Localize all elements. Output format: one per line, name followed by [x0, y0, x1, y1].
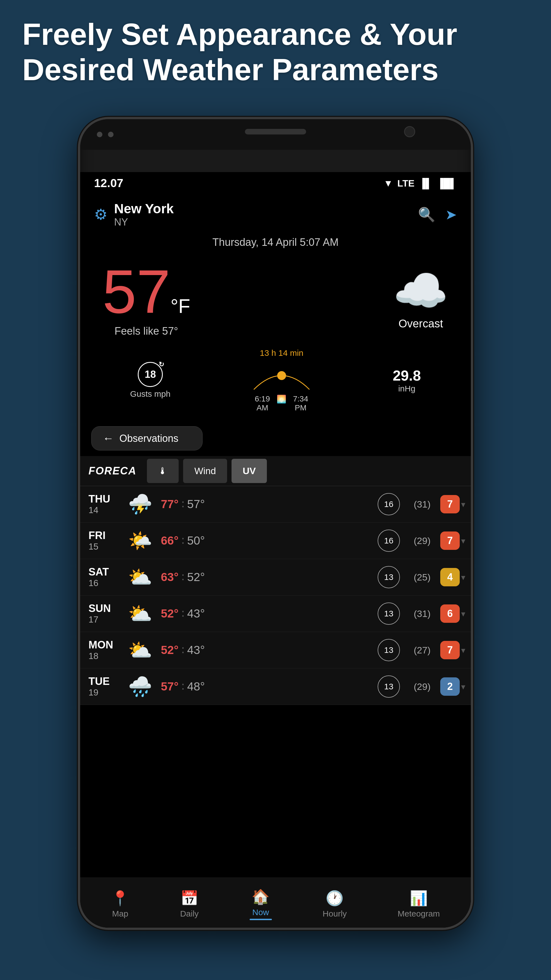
sunset-time: 7:34 PM — [286, 395, 315, 412]
nav-map[interactable]: 📍 Map — [111, 890, 129, 918]
temps-thu: 77° ∶ 57° — [161, 498, 371, 511]
uv-tue: 2 — [437, 678, 462, 696]
main-weather: 57°F Feels like 57° ☁️ Overcast — [80, 253, 471, 343]
day-fri: FRI 15 — [89, 530, 125, 552]
uv-thu: 7 — [437, 495, 462, 513]
sun-arc: 13 h 14 min 6:19 AM 🌅 7:34 PM — [248, 348, 315, 412]
nav-daily[interactable]: 📅 Daily — [180, 890, 199, 918]
search-icon[interactable]: 🔍 — [418, 207, 435, 223]
phone-body: 12.07 ▼ LTE ▐▌ ▐█▌ ⚙ New York NY 🔍 ➤ — [80, 172, 471, 928]
gusts-stat: 18 ↻ Gusts mph — [130, 362, 171, 399]
bottom-nav: 📍 Map 📅 Daily 🏠 Now 🕐 Hourly 📊 Meteogram — [80, 878, 471, 928]
forecast-tabs: FORECA 🌡 Wind UV — [80, 456, 471, 486]
map-icon: 📍 — [111, 890, 129, 907]
sun-duration: 13 h 14 min — [248, 348, 315, 358]
uv-sun: 6 — [437, 605, 462, 623]
nav-meteogram[interactable]: 📊 Meteogram — [398, 890, 440, 918]
battery-icon: ▐█▌ — [437, 178, 457, 189]
location-text: New York NY — [114, 201, 174, 228]
app-header-right: 🔍 ➤ — [418, 207, 457, 223]
day-tue: TUE 19 — [89, 675, 125, 698]
date-bar: Thursday, 14 April 5:07 AM — [80, 234, 471, 253]
now-icon: 🏠 — [249, 888, 272, 905]
app-header-left: ⚙ New York NY — [94, 201, 174, 228]
tab-temperature[interactable]: 🌡 — [147, 459, 179, 483]
wind-gust-sat: (25) — [407, 572, 437, 583]
observations-button[interactable]: ← Observations — [91, 426, 203, 450]
wind-sat: 13 — [371, 566, 407, 588]
sun-arc-svg — [248, 359, 315, 392]
sun-times: 6:19 AM 🌅 7:34 PM — [248, 395, 315, 412]
temps-mon: 52° ∶ 43° — [161, 643, 371, 657]
temp-section: 57°F Feels like 57° — [102, 261, 190, 337]
foreca-brand: FORECA — [89, 465, 137, 477]
uv-fri: 7 — [437, 531, 462, 550]
tab-uv[interactable]: UV — [232, 459, 267, 483]
nav-hourly[interactable]: 🕐 Hourly — [322, 890, 347, 918]
day-mon: MON 18 — [89, 639, 125, 661]
navigation-icon[interactable]: ➤ — [445, 207, 457, 223]
phone-speaker — [245, 129, 306, 134]
temp-unit: °F — [171, 295, 191, 317]
icon-mon: ⛅ — [125, 639, 155, 662]
phone-dot-1 — [97, 132, 102, 137]
temps-tue: 57° ∶ 48° — [161, 680, 371, 694]
temps-sun: 52° ∶ 43° — [161, 607, 371, 620]
wind-gust-sun: (31) — [407, 608, 437, 619]
wind-gust-mon: (27) — [407, 645, 437, 655]
forecast-row-thu[interactable]: THU 14 ⛈️ 77° ∶ 57° 16 (31) 7 ▾ — [80, 486, 471, 523]
pressure-value: 29.8 — [393, 367, 421, 384]
forecast-row-mon[interactable]: MON 18 ⛅ 52° ∶ 43° 13 (27) 7 ▾ — [80, 632, 471, 668]
forecast-row-tue[interactable]: TUE 19 🌧️ 57° ∶ 48° 13 (29) 2 ▾ — [80, 668, 471, 705]
gear-icon[interactable]: ⚙ — [94, 206, 107, 223]
forecast-row-sat[interactable]: SAT 16 ⛅ 63° ∶ 52° 13 (25) 4 ▾ — [80, 559, 471, 595]
nav-now-label: Now — [249, 908, 272, 917]
icon-thu: ⛈️ — [125, 493, 155, 515]
hourly-icon: 🕐 — [322, 890, 347, 907]
wind-gust-fri: (29) — [407, 535, 437, 546]
uv-sat: 4 — [437, 568, 462, 586]
nav-hourly-label: Hourly — [322, 909, 347, 918]
nav-now[interactable]: 🏠 Now — [249, 888, 272, 920]
phone-frame: 12.07 ▼ LTE ▐▌ ▐█▌ ⚙ New York NY 🔍 ➤ — [78, 117, 473, 930]
wind-gust-tue: (29) — [407, 681, 437, 692]
temps-fri: 66° ∶ 50° — [161, 534, 371, 547]
pressure-stat: 29.8 inHg — [393, 367, 421, 393]
forecast-row-fri[interactable]: FRI 15 🌤️ 66° ∶ 50° 16 (29) 7 ▾ — [80, 523, 471, 559]
chevron-down-icon: ▾ — [461, 536, 465, 546]
day-sun: SUN 17 — [89, 603, 125, 625]
icon-tue: 🌧️ — [125, 675, 155, 698]
daily-icon: 📅 — [180, 890, 199, 907]
gusts-circle: 18 ↻ — [138, 362, 163, 387]
uv-mon: 7 — [437, 641, 462, 659]
chevron-down-icon: ▾ — [461, 573, 465, 582]
sunrise-time: 6:19 AM — [248, 395, 276, 412]
meteogram-icon: 📊 — [398, 890, 440, 907]
signal-icon: ▐▌ — [419, 178, 432, 189]
chevron-down-icon: ▾ — [461, 682, 465, 692]
icon-sat: ⛅ — [125, 566, 155, 589]
weather-description: Overcast — [393, 317, 449, 330]
temps-sat: 63° ∶ 52° — [161, 570, 371, 584]
status-bar: 12.07 ▼ LTE ▐▌ ▐█▌ — [80, 172, 471, 194]
weather-icon: ☁️ — [393, 268, 449, 313]
phone-dot-2 — [108, 132, 114, 137]
temp-value: 57 — [102, 258, 171, 326]
day-thu: THU 14 — [89, 493, 125, 515]
wind-gust-thu: (31) — [407, 499, 437, 510]
feels-like: Feels like 57° — [102, 325, 190, 337]
chevron-down-icon: ▾ — [461, 500, 465, 509]
phone-top-decor — [80, 119, 471, 150]
forecast-list: THU 14 ⛈️ 77° ∶ 57° 16 (31) 7 ▾ — [80, 486, 471, 705]
icon-sun: ⛅ — [125, 602, 155, 625]
forecast-row-sun[interactable]: SUN 17 ⛅ 52° ∶ 43° 13 (31) 6 ▾ — [80, 595, 471, 632]
tab-wind[interactable]: Wind — [183, 459, 227, 483]
obs-bar: ← Observations — [80, 421, 471, 456]
wind-thu: 16 — [371, 493, 407, 515]
wind-tue: 13 — [371, 675, 407, 698]
active-indicator — [249, 919, 272, 920]
gusts-value: 18 — [145, 369, 156, 380]
icon-fri: 🌤️ — [125, 529, 155, 552]
wind-fri: 16 — [371, 530, 407, 552]
app-header: ⚙ New York NY 🔍 ➤ — [80, 194, 471, 234]
